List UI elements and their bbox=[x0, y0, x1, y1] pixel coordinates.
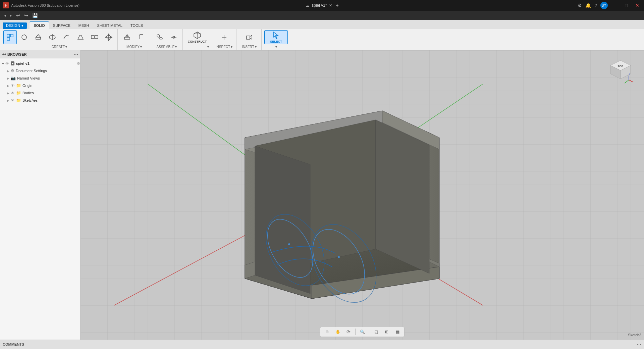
browser-options-icon[interactable]: ⋯ bbox=[73, 52, 78, 57]
tab-surface[interactable]: SURFACE bbox=[49, 22, 74, 29]
display-mode-button[interactable]: ◱ bbox=[371, 328, 381, 336]
app-logo: F bbox=[3, 2, 9, 8]
tree-eye-root[interactable]: 👁 bbox=[5, 61, 10, 65]
orbit-button[interactable]: ⟳ bbox=[344, 328, 353, 336]
assemble-group-label[interactable]: ASSEMBLE ▾ bbox=[157, 45, 177, 49]
redo-button[interactable]: ↪ bbox=[23, 12, 30, 19]
view-options-button[interactable]: ▦ bbox=[393, 328, 402, 336]
comments-options[interactable]: ⋯ bbox=[637, 342, 641, 347]
tab-solid[interactable]: SOLID bbox=[30, 21, 49, 29]
nav-back-button[interactable]: ◂ bbox=[3, 13, 7, 18]
help-icon[interactable]: ? bbox=[594, 3, 597, 8]
new-component-button[interactable] bbox=[3, 30, 17, 44]
tree-eye-sketches[interactable]: 👁 bbox=[11, 98, 15, 102]
tree-eye-origin[interactable]: 👁 bbox=[11, 84, 15, 88]
close-tab-icon[interactable]: ✕ bbox=[329, 3, 332, 8]
close-button[interactable]: ✕ bbox=[633, 2, 641, 9]
grid-display-button[interactable]: ⊞ bbox=[382, 328, 391, 336]
view-cube[interactable]: TOP X Z bbox=[607, 57, 634, 84]
tree-item-origin[interactable]: ▶ 👁 📁 Origin bbox=[0, 82, 80, 89]
inspect-button[interactable] bbox=[214, 30, 234, 44]
tree-item-named-views[interactable]: ▶ 📷 Named Views bbox=[0, 74, 80, 82]
tree-item-sketches[interactable]: ▶ 👁 📁 Sketches bbox=[0, 97, 80, 104]
tree-icon-doc-settings: ⚙ bbox=[11, 68, 14, 73]
ribbon-group-insert: INSERT ▾ bbox=[237, 29, 262, 50]
more-create-button[interactable] bbox=[88, 30, 101, 44]
svg-line-37 bbox=[309, 84, 483, 201]
tree-item-bodies[interactable]: ▶ 👁 📁 Bodies bbox=[0, 89, 80, 97]
tree-label-root: spiel v1 bbox=[16, 61, 29, 65]
svg-rect-0 bbox=[7, 34, 10, 37]
pan-button[interactable]: ✋ bbox=[333, 328, 342, 336]
svg-marker-33 bbox=[273, 32, 278, 39]
browser-collapse-icon[interactable]: ◂◂ bbox=[2, 52, 6, 56]
save-button[interactable]: 💾 bbox=[31, 12, 39, 19]
press-pull-button[interactable] bbox=[120, 30, 134, 44]
user-avatar[interactable]: SY bbox=[600, 2, 608, 9]
new-tab-icon[interactable]: + bbox=[336, 3, 339, 8]
svg-point-54 bbox=[254, 204, 336, 296]
tree-settings-root[interactable]: ⚙ bbox=[77, 61, 80, 66]
construct-group-label[interactable]: CONSTRUCT ▾ bbox=[185, 45, 209, 49]
fillet-button[interactable] bbox=[135, 30, 148, 44]
move-button[interactable] bbox=[102, 30, 115, 44]
select-button[interactable]: SELECT bbox=[264, 30, 288, 44]
svg-marker-38 bbox=[245, 138, 312, 299]
browser-header: ◂◂ BROWSER ⋯ bbox=[0, 50, 80, 58]
minimize-button[interactable]: — bbox=[611, 2, 620, 9]
insert-button[interactable] bbox=[239, 30, 259, 44]
tab-sheet-metal[interactable]: SHEET METAL bbox=[93, 22, 126, 29]
inspect-group-label[interactable]: INSPECT ▾ bbox=[216, 45, 232, 49]
revolve-button[interactable] bbox=[46, 30, 59, 44]
construct-button[interactable]: CONSTRUCT bbox=[185, 30, 209, 44]
notification-icon[interactable]: 🔔 bbox=[585, 3, 591, 8]
nav-forward-button[interactable]: ▸ bbox=[9, 13, 13, 18]
tree-eye-bodies[interactable]: 👁 bbox=[11, 91, 15, 95]
create-group-label[interactable]: CREATE ▾ bbox=[52, 45, 67, 49]
document-title: spiel v1* bbox=[312, 3, 327, 8]
tree-item-doc-settings[interactable]: ▶ ⚙ Document Settings bbox=[0, 67, 80, 74]
3d-model bbox=[211, 84, 453, 312]
modify-buttons bbox=[120, 30, 148, 44]
tab-mesh[interactable]: MESH bbox=[74, 22, 93, 29]
tree-label-doc-settings: Document Settings bbox=[16, 69, 47, 73]
undo-button[interactable]: ↩ bbox=[15, 12, 21, 19]
assemble-button[interactable] bbox=[153, 30, 166, 44]
tree-icon-origin: 📁 bbox=[16, 83, 21, 88]
viewport[interactable]: TOP X Z ⊕ ✋ ⟳ 🔍 ◱ ⊞ ▦ bbox=[80, 50, 644, 340]
toolbar-divider-1 bbox=[355, 329, 356, 335]
ribbon-group-inspect: INSPECT ▾ bbox=[212, 29, 236, 50]
sweep-button[interactable] bbox=[60, 30, 73, 44]
settings-icon[interactable]: ⚙ bbox=[578, 3, 582, 8]
title-bar-left: F Autodesk Fusion 360 (Education License… bbox=[3, 2, 79, 8]
sidebar: ◂◂ BROWSER ⋯ ▼ 👁 ■ spiel v1 ⚙ ▶ ⚙ Docume… bbox=[0, 50, 80, 340]
svg-marker-48 bbox=[255, 120, 376, 275]
comments-bar: COMMENTS ⋯ bbox=[0, 340, 644, 349]
maximize-button[interactable]: □ bbox=[623, 2, 630, 9]
toolbar-area: ◂ ▸ ↩ ↪ 💾 bbox=[0, 11, 644, 20]
svg-point-3 bbox=[22, 35, 26, 40]
extrude-button[interactable] bbox=[32, 30, 45, 44]
workspace-selector[interactable]: DESIGN ▾ bbox=[3, 22, 27, 29]
svg-rect-10 bbox=[91, 36, 94, 39]
zoom-button[interactable]: 🔍 bbox=[358, 328, 367, 336]
loft-button[interactable] bbox=[74, 30, 87, 44]
browser-title: BROWSER bbox=[7, 52, 26, 56]
tree-arrow-doc-settings: ▶ bbox=[7, 69, 11, 73]
tree-label-origin: Origin bbox=[22, 84, 32, 88]
svg-marker-44 bbox=[312, 267, 439, 299]
svg-marker-52 bbox=[429, 259, 439, 267]
select-group-label[interactable]: ▾ bbox=[275, 45, 277, 49]
svg-marker-9 bbox=[78, 35, 83, 39]
tree-label-named-views: Named Views bbox=[17, 76, 40, 80]
insert-group-label[interactable]: INSERT ▾ bbox=[242, 45, 257, 49]
tree-item-root[interactable]: ▼ 👁 ■ spiel v1 ⚙ bbox=[0, 60, 80, 67]
fit-screen-button[interactable]: ⊕ bbox=[322, 328, 332, 336]
joint-button[interactable] bbox=[167, 30, 180, 44]
modify-group-label[interactable]: MODIFY ▾ bbox=[126, 45, 142, 49]
axis-lines bbox=[80, 50, 644, 340]
create-sketch-button[interactable] bbox=[17, 30, 31, 44]
ribbon-group-create: CREATE ▾ bbox=[1, 29, 118, 50]
tab-tools[interactable]: TOOLS bbox=[126, 22, 147, 29]
svg-point-57 bbox=[298, 213, 389, 312]
